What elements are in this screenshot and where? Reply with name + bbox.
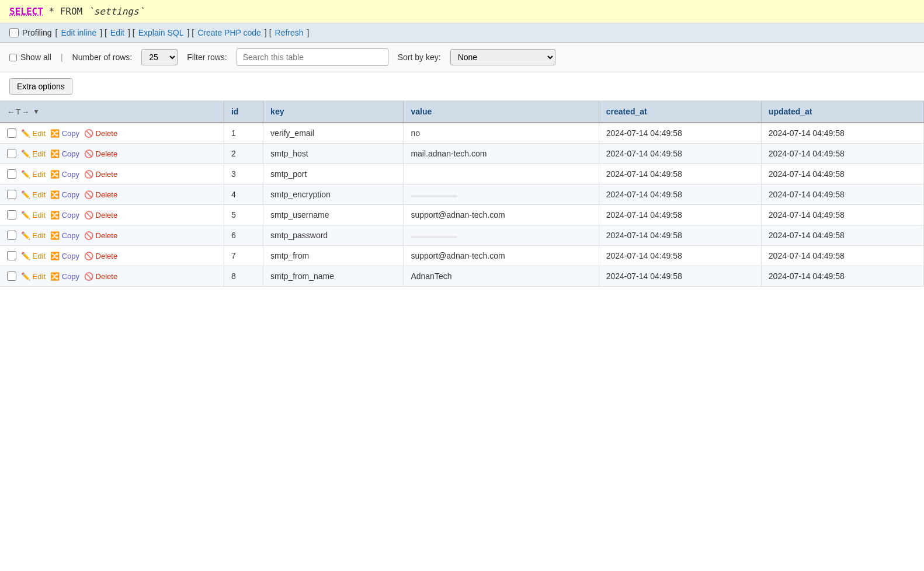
cell-updated-at: 2024-07-14 04:49:58 <box>761 205 923 225</box>
profiling-checkbox[interactable] <box>9 28 19 37</box>
cell-id: 3 <box>224 164 263 184</box>
row-select-checkbox[interactable] <box>7 169 16 179</box>
number-of-rows-label: Number of rows: <box>72 53 133 62</box>
sort-select[interactable]: None PRIMARY key <box>450 49 555 65</box>
row-select-checkbox[interactable] <box>7 190 16 199</box>
delete-button[interactable]: 🚫 Delete <box>84 211 117 220</box>
col-header-value[interactable]: value <box>404 101 599 123</box>
row-select-checkbox[interactable] <box>7 271 16 281</box>
show-all-checkbox[interactable] <box>9 54 17 61</box>
edit-button[interactable]: ✏️ Edit <box>21 190 46 199</box>
row-select-checkbox[interactable] <box>7 231 16 240</box>
edit-link[interactable]: Edit <box>110 28 124 37</box>
copy-button[interactable]: 🔀 Copy <box>50 211 79 220</box>
cell-id: 2 <box>224 144 263 164</box>
delete-button[interactable]: 🚫 Delete <box>84 231 117 240</box>
sql-table-name: `settings` <box>88 6 144 17</box>
row-select-checkbox[interactable] <box>7 210 16 220</box>
cell-id: 6 <box>224 225 263 246</box>
edit-button[interactable]: ✏️ Edit <box>21 149 46 158</box>
cell-key: verify_email <box>263 123 404 144</box>
edit-button[interactable]: ✏️ Edit <box>21 129 46 138</box>
row-select-checkbox[interactable] <box>7 251 16 260</box>
delete-button[interactable]: 🚫 Delete <box>84 190 117 199</box>
cell-created-at: 2024-07-14 04:49:58 <box>599 144 761 164</box>
edit-button[interactable]: ✏️ Edit <box>21 252 46 260</box>
delete-button[interactable]: 🚫 Delete <box>84 129 117 138</box>
cell-key: smtp_host <box>263 144 404 164</box>
cell-value: support@adnan-tech.com <box>404 246 599 266</box>
sort-by-key-label: Sort by key: <box>398 53 441 62</box>
table-row: ✏️ Edit🔀 Copy🚫 Delete2smtp_hostmail.adna… <box>0 144 924 164</box>
profiling-label: Profiling <box>22 28 52 37</box>
cell-id: 7 <box>224 246 263 266</box>
copy-button[interactable]: 🔀 Copy <box>50 272 79 281</box>
extra-options-bar: Extra options <box>0 72 924 101</box>
col-header-id[interactable]: id <box>224 101 263 123</box>
delete-button[interactable]: 🚫 Delete <box>84 272 117 281</box>
copy-button[interactable]: 🔀 Copy <box>50 170 79 179</box>
row-checkbox-cell: ✏️ Edit🔀 Copy🚫 Delete <box>0 123 224 144</box>
col-header-actions: ← T → ▼ <box>0 101 224 123</box>
sql-bar: SELECT * FROM `settings` <box>0 0 924 23</box>
cell-id: 5 <box>224 205 263 225</box>
table-row: ✏️ Edit🔀 Copy🚫 Delete3smtp_port2024-07-1… <box>0 164 924 184</box>
cell-id: 1 <box>224 123 263 144</box>
row-checkbox-cell: ✏️ Edit🔀 Copy🚫 Delete <box>0 225 224 246</box>
edit-button[interactable]: ✏️ Edit <box>21 170 46 179</box>
cell-value: support@adnan-tech.com <box>404 205 599 225</box>
col-header-updated-at[interactable]: updated_at <box>761 101 923 123</box>
cell-created-at: 2024-07-14 04:49:58 <box>599 123 761 144</box>
copy-button[interactable]: 🔀 Copy <box>50 252 79 260</box>
cell-value: no <box>404 123 599 144</box>
edit-button[interactable]: ✏️ Edit <box>21 211 46 220</box>
value-pill <box>411 195 457 197</box>
extra-options-button[interactable]: Extra options <box>9 78 72 95</box>
table-row: ✏️ Edit🔀 Copy🚫 Delete4smtp_encryption202… <box>0 184 924 205</box>
col-header-created-at[interactable]: created_at <box>599 101 761 123</box>
delete-button[interactable]: 🚫 Delete <box>84 252 117 260</box>
search-input[interactable] <box>237 48 388 66</box>
cell-created-at: 2024-07-14 04:49:58 <box>599 225 761 246</box>
cell-updated-at: 2024-07-14 04:49:58 <box>761 246 923 266</box>
row-checkbox-cell: ✏️ Edit🔀 Copy🚫 Delete <box>0 184 224 205</box>
toolbar-bar: Profiling [ Edit inline ] [ Edit ] [ Exp… <box>0 23 924 43</box>
value-pill <box>411 236 457 238</box>
refresh-link[interactable]: Refresh <box>275 28 304 37</box>
row-checkbox-cell: ✏️ Edit🔀 Copy🚫 Delete <box>0 246 224 266</box>
cell-updated-at: 2024-07-14 04:49:58 <box>761 184 923 205</box>
table-row: ✏️ Edit🔀 Copy🚫 Delete1verify_emailno2024… <box>0 123 924 144</box>
explain-sql-link[interactable]: Explain SQL <box>138 28 184 37</box>
edit-inline-link[interactable]: Edit inline <box>61 28 96 37</box>
cell-created-at: 2024-07-14 04:49:58 <box>599 164 761 184</box>
copy-button[interactable]: 🔀 Copy <box>50 129 79 138</box>
col-header-key[interactable]: key <box>263 101 404 123</box>
edit-button[interactable]: ✏️ Edit <box>21 272 46 281</box>
rows-select[interactable]: 25 50 100 250 500 <box>141 49 178 65</box>
cell-id: 4 <box>224 184 263 205</box>
cell-value <box>404 184 599 205</box>
row-select-checkbox[interactable] <box>7 149 16 158</box>
show-all-label[interactable]: Show all <box>9 53 51 62</box>
copy-button[interactable]: 🔀 Copy <box>50 231 79 240</box>
create-php-link[interactable]: Create PHP code <box>197 28 261 37</box>
copy-button[interactable]: 🔀 Copy <box>50 149 79 158</box>
delete-button[interactable]: 🚫 Delete <box>84 170 117 179</box>
edit-button[interactable]: ✏️ Edit <box>21 231 46 240</box>
row-checkbox-cell: ✏️ Edit🔀 Copy🚫 Delete <box>0 144 224 164</box>
cell-created-at: 2024-07-14 04:49:58 <box>599 184 761 205</box>
copy-button[interactable]: 🔀 Copy <box>50 190 79 199</box>
cell-value: mail.adnan-tech.com <box>404 144 599 164</box>
cell-updated-at: 2024-07-14 04:49:58 <box>761 144 923 164</box>
delete-button[interactable]: 🚫 Delete <box>84 149 117 158</box>
cell-value: AdnanTech <box>404 266 599 287</box>
cell-updated-at: 2024-07-14 04:49:58 <box>761 266 923 287</box>
table-container: ← T → ▼ id key value created_at updated_… <box>0 101 924 287</box>
cell-created-at: 2024-07-14 04:49:58 <box>599 246 761 266</box>
row-checkbox-cell: ✏️ Edit🔀 Copy🚫 Delete <box>0 266 224 287</box>
sql-rest: * FROM <box>43 6 88 17</box>
row-select-checkbox[interactable] <box>7 128 16 138</box>
options-bar: Show all | Number of rows: 25 50 100 250… <box>0 43 924 72</box>
row-checkbox-cell: ✏️ Edit🔀 Copy🚫 Delete <box>0 205 224 225</box>
cell-key: smtp_from <box>263 246 404 266</box>
